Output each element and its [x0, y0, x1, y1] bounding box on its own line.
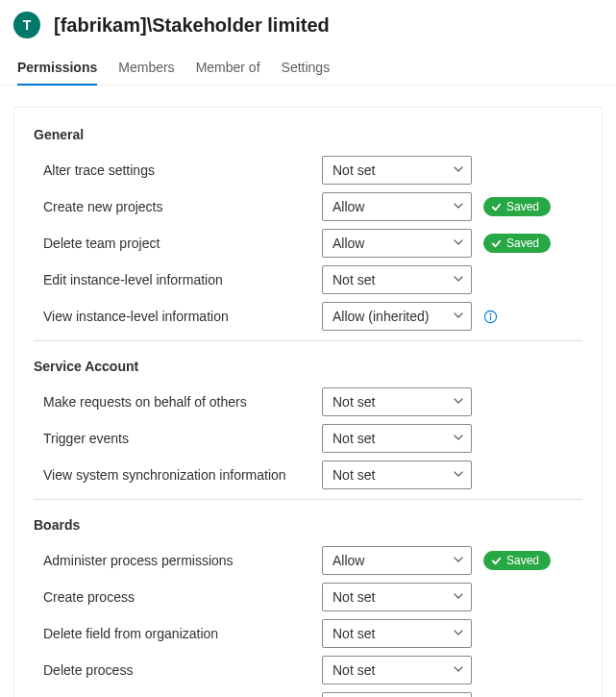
- permission-label: Delete process: [34, 662, 322, 678]
- permission-select[interactable]: Not set: [322, 656, 472, 685]
- tab-members[interactable]: Members: [118, 52, 174, 85]
- info-button[interactable]: [483, 310, 498, 324]
- permission-select-value[interactable]: Allow: [322, 546, 472, 575]
- tab-settings[interactable]: Settings: [282, 52, 331, 85]
- svg-point-1: [490, 312, 492, 314]
- section-boards: BoardsAdminister process permissionsAllo…: [34, 517, 582, 697]
- permission-select[interactable]: Not set: [322, 265, 472, 294]
- permission-select[interactable]: Allow: [322, 192, 472, 221]
- info-icon: [483, 310, 498, 324]
- tab-permissions[interactable]: Permissions: [17, 52, 97, 85]
- permission-label: View instance-level information: [34, 309, 322, 324]
- permission-select[interactable]: Not set: [322, 461, 472, 489]
- permission-label: Administer process permissions: [34, 553, 322, 568]
- check-icon: [491, 202, 502, 212]
- saved-badge-label: Saved: [506, 236, 539, 250]
- permission-select[interactable]: Allow: [322, 229, 472, 258]
- check-icon: [491, 556, 502, 566]
- section-divider: [34, 340, 582, 341]
- permission-row: View instance-level informationAllow (in…: [34, 298, 582, 335]
- section-title: Service Account: [34, 359, 582, 374]
- permission-select-value[interactable]: Allow: [322, 192, 472, 221]
- permission-select-value[interactable]: Allow: [322, 229, 472, 258]
- permission-label: Make requests on behalf of others: [34, 394, 322, 410]
- permission-select[interactable]: Not set: [322, 619, 472, 648]
- avatar: T: [13, 12, 40, 38]
- permission-label: Create new projects: [34, 199, 322, 214]
- permission-row: Edit instance-level informationNot set: [34, 261, 582, 298]
- section-title: General: [34, 127, 582, 142]
- check-icon: [491, 238, 502, 249]
- permissions-panel: GeneralAlter trace settingsNot setCreate…: [13, 107, 603, 697]
- section-general: GeneralAlter trace settingsNot setCreate…: [34, 127, 582, 341]
- permission-label: Alter trace settings: [34, 162, 322, 178]
- permission-select-value[interactable]: Not set: [322, 387, 472, 416]
- permission-select-value[interactable]: Not set: [322, 156, 472, 185]
- tabs: PermissionsMembersMember ofSettings: [0, 46, 616, 86]
- permission-select-value[interactable]: Not set: [322, 424, 472, 453]
- section-divider: [34, 499, 582, 500]
- permission-row: Trigger eventsNot set: [34, 420, 582, 457]
- permission-label: Edit instance-level information: [34, 272, 322, 287]
- permission-select[interactable]: Not set: [322, 156, 472, 185]
- permission-select[interactable]: Not set: [322, 692, 472, 697]
- permission-select-value[interactable]: Not set: [322, 619, 472, 648]
- permission-select-value[interactable]: Not set: [322, 656, 472, 685]
- section-title: Boards: [34, 517, 582, 533]
- permission-row: Create new projectsAllowSaved: [34, 188, 582, 225]
- permission-select-value[interactable]: Not set: [322, 692, 472, 697]
- saved-badge: Saved: [483, 234, 551, 253]
- permission-row: Delete field from organizationNot set: [34, 615, 582, 652]
- permission-label: Delete field from organization: [34, 626, 322, 641]
- page-header: T [fabrikam]\Stakeholder limited: [0, 0, 616, 46]
- permission-row: Alter trace settingsNot set: [34, 152, 582, 188]
- saved-badge-label: Saved: [506, 200, 539, 213]
- permission-row: Create processNot set: [34, 579, 582, 615]
- permission-select[interactable]: Allow (inherited): [322, 302, 472, 331]
- permission-select[interactable]: Allow: [322, 546, 472, 575]
- permission-row: View system synchronization informationN…: [34, 457, 582, 493]
- page-title: [fabrikam]\Stakeholder limited: [54, 14, 330, 37]
- title-org: [fabrikam]: [54, 14, 147, 36]
- permission-select-value[interactable]: Not set: [322, 265, 472, 294]
- permission-label: Delete team project: [34, 236, 322, 251]
- permission-row: Delete processNot set: [34, 652, 582, 688]
- permission-select[interactable]: Not set: [322, 583, 472, 611]
- tab-member-of[interactable]: Member of: [196, 52, 260, 85]
- permission-select-value[interactable]: Not set: [322, 583, 472, 611]
- section-service-account: Service AccountMake requests on behalf o…: [34, 359, 582, 500]
- svg-rect-2: [490, 315, 491, 320]
- permission-select[interactable]: Not set: [322, 424, 472, 453]
- saved-badge: Saved: [483, 197, 551, 216]
- permission-row: Administer process permissionsAllowSaved: [34, 542, 582, 579]
- permission-label: Create process: [34, 589, 322, 605]
- title-group: Stakeholder limited: [152, 14, 330, 36]
- permission-row: Make requests on behalf of othersNot set: [34, 384, 582, 420]
- permission-select[interactable]: Not set: [322, 387, 472, 416]
- permission-row: Edit processNot set: [34, 688, 582, 697]
- saved-badge: Saved: [483, 551, 551, 570]
- saved-badge-label: Saved: [506, 554, 539, 567]
- permission-select-value[interactable]: Not set: [322, 461, 472, 489]
- permission-label: View system synchronization information: [34, 467, 322, 483]
- permission-label: Trigger events: [34, 431, 322, 446]
- permission-select-value[interactable]: Allow (inherited): [322, 302, 472, 331]
- permission-row: Delete team projectAllowSaved: [34, 225, 582, 261]
